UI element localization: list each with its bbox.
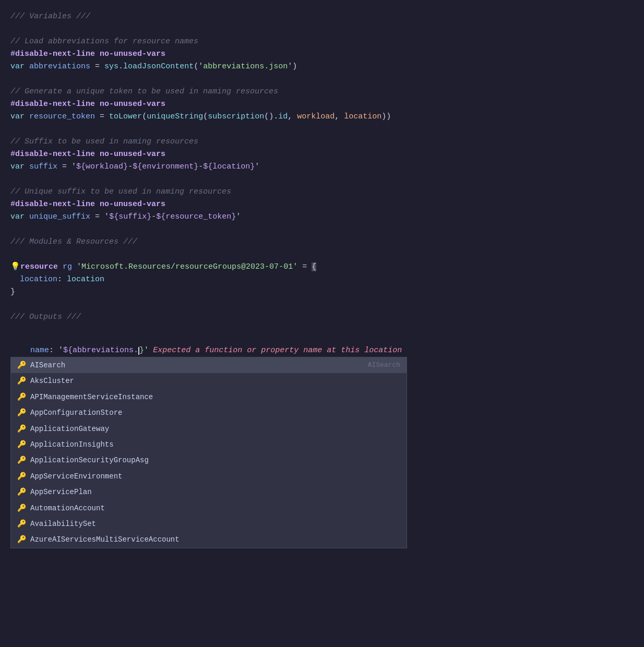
autocomplete-container: name: '${abbreviations.}' Expected a fun… bbox=[10, 344, 644, 548]
empty-line bbox=[0, 73, 644, 86]
autocomplete-label: AvailabilitySet bbox=[30, 518, 400, 530]
autocomplete-item-aisearch[interactable]: 🔑 AISearch AISearch bbox=[11, 357, 407, 373]
autocomplete-icon: 🔑 bbox=[17, 454, 26, 466]
var-abbreviations: var abbreviations = sys.loadJsonContent(… bbox=[0, 61, 644, 73]
var-suffix: var suffix = '${workload}-${environment}… bbox=[0, 161, 644, 173]
comment-suffix: // Suffix to be used in naming resources bbox=[0, 136, 644, 148]
autocomplete-icon: 🔑 bbox=[17, 391, 26, 403]
autocomplete-icon: 🔑 bbox=[17, 439, 26, 450]
autocomplete-item-appserviceplan[interactable]: 🔑 AppServicePlan bbox=[11, 484, 407, 500]
autocomplete-item-appconfiguration[interactable]: 🔑 AppConfigurationStore bbox=[11, 405, 407, 421]
error-message: Expected a function or property name at … bbox=[153, 344, 402, 357]
var-unique-suffix: var unique_suffix = '${suffix}-${resourc… bbox=[0, 211, 644, 223]
autocomplete-icon: 🔑 bbox=[17, 518, 26, 530]
autocomplete-label: ApplicationSecurityGroupAsg bbox=[30, 454, 400, 466]
empty-line bbox=[0, 223, 644, 236]
autocomplete-label: ApplicationGateway bbox=[30, 423, 400, 435]
comment-unique-token: // Generate a unique token to be used in… bbox=[0, 86, 644, 98]
location-line: location: location bbox=[0, 273, 644, 286]
empty-line bbox=[0, 123, 644, 136]
code-editor[interactable]: /// Variables /// // Load abbreviations … bbox=[0, 0, 644, 334]
name-error-line: name: '${abbreviations.}' Expected a fun… bbox=[10, 344, 644, 357]
autocomplete-item-azureaiservices[interactable]: 🔑 AzureAIServicesMultiServiceAccount bbox=[11, 532, 407, 547]
var-resource-token: var resource_token = toLower(uniqueStrin… bbox=[0, 111, 644, 123]
autocomplete-label: ApplicationInsights bbox=[30, 439, 400, 450]
autocomplete-icon: 🔑 bbox=[17, 486, 26, 498]
autocomplete-item-akscluster[interactable]: 🔑 AksCluster bbox=[11, 373, 407, 389]
autocomplete-label: AISearch bbox=[30, 360, 357, 371]
empty-line bbox=[0, 23, 644, 35]
autocomplete-icon: 🔑 bbox=[17, 407, 26, 418]
directive-2: #disable-next-line no-unused-vars bbox=[0, 98, 644, 111]
autocomplete-icon: 🔑 bbox=[17, 534, 26, 545]
section-variables: /// Variables /// bbox=[0, 10, 644, 23]
name-prop-indent: name: '${abbreviations.}' bbox=[21, 344, 149, 357]
directive-1: #disable-next-line no-unused-vars bbox=[0, 48, 644, 61]
empty-line bbox=[0, 298, 644, 311]
autocomplete-type: AISearch bbox=[368, 360, 400, 371]
section-modules: /// Modules & Resources /// bbox=[0, 236, 644, 248]
comment-unique-suffix: // Unique suffix to be used in naming re… bbox=[0, 186, 644, 198]
autocomplete-icon: 🔑 bbox=[17, 502, 26, 514]
autocomplete-icon: 🔑 bbox=[17, 471, 26, 482]
resource-decl: 💡resource rg 'Microsoft.Resources/resour… bbox=[0, 261, 644, 273]
autocomplete-label: AksCluster bbox=[30, 375, 400, 387]
autocomplete-label: AppServiceEnvironment bbox=[30, 471, 400, 482]
autocomplete-label: APIManagementServiceInstance bbox=[30, 391, 400, 403]
autocomplete-item-appinsights[interactable]: 🔑 ApplicationInsights bbox=[11, 437, 407, 452]
close-brace: } bbox=[0, 286, 644, 298]
section-outputs: /// Outputs /// bbox=[0, 311, 644, 324]
autocomplete-item-appserviceenv[interactable]: 🔑 AppServiceEnvironment bbox=[11, 469, 407, 484]
autocomplete-item-apimanagement[interactable]: 🔑 APIManagementServiceInstance bbox=[11, 389, 407, 405]
autocomplete-icon: 🔑 bbox=[17, 423, 26, 435]
autocomplete-icon: 🔑 bbox=[17, 375, 26, 387]
autocomplete-label: AzureAIServicesMultiServiceAccount bbox=[30, 534, 400, 545]
autocomplete-dropdown[interactable]: 🔑 AISearch AISearch 🔑 AksCluster 🔑 APIMa… bbox=[10, 357, 407, 548]
autocomplete-item-appgateway[interactable]: 🔑 ApplicationGateway bbox=[11, 421, 407, 437]
empty-line bbox=[0, 173, 644, 186]
autocomplete-item-appsecuritygroup[interactable]: 🔑 ApplicationSecurityGroupAsg bbox=[11, 452, 407, 468]
autocomplete-item-availabilityset[interactable]: 🔑 AvailabilitySet bbox=[11, 516, 407, 532]
autocomplete-label: AppConfigurationStore bbox=[30, 407, 400, 418]
empty-line bbox=[0, 248, 644, 261]
autocomplete-label: AppServicePlan bbox=[30, 486, 400, 498]
directive-4: #disable-next-line no-unused-vars bbox=[0, 198, 644, 211]
autocomplete-icon: 🔑 bbox=[17, 360, 26, 371]
autocomplete-label: AutomationAccount bbox=[30, 502, 400, 514]
directive-3: #disable-next-line no-unused-vars bbox=[0, 148, 644, 161]
autocomplete-item-automationaccount[interactable]: 🔑 AutomationAccount bbox=[11, 500, 407, 516]
comment-load-abbrev: // Load abbreviations for resource names bbox=[0, 35, 644, 48]
